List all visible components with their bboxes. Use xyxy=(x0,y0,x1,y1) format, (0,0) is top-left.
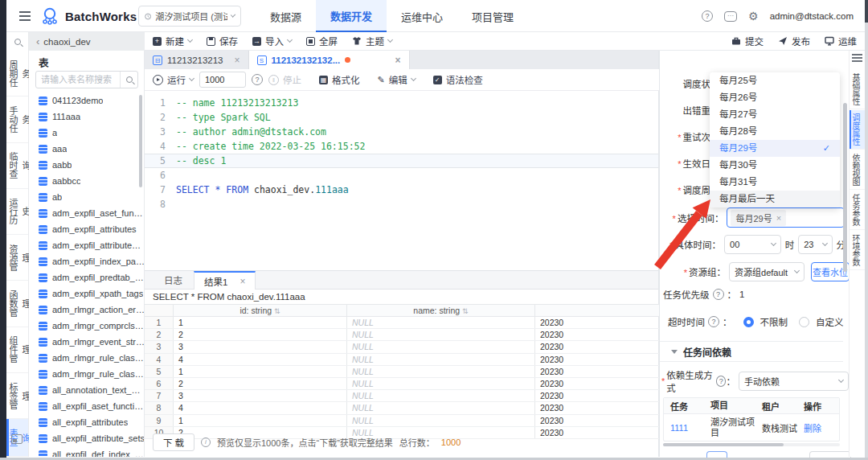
table-tree-item[interactable]: adm_expfil_attribute_sets xyxy=(29,237,145,253)
table-tree-item[interactable]: adm_rlmgr_comprcls_proper... xyxy=(29,318,145,334)
list-icon[interactable] xyxy=(852,54,862,62)
timeout-help-icon[interactable]: ? xyxy=(708,316,719,327)
import-button[interactable]: → 导入 xyxy=(252,35,292,47)
nav-item[interactable]: 运维中心 xyxy=(387,0,457,32)
table-tree-item[interactable]: adm_expfil_index_params xyxy=(29,253,145,269)
format-button[interactable]: ▦ 格式化 xyxy=(319,73,360,86)
table-tree-item[interactable]: aaa xyxy=(29,141,145,157)
close-result-icon[interactable]: × xyxy=(233,276,245,287)
dropdown-option[interactable]: 每月27号 ✓ xyxy=(710,106,840,123)
rail-tab[interactable]: 周期任务 xyxy=(6,51,28,97)
column-header-name[interactable]: name: string⇅ xyxy=(347,305,535,316)
project-selector[interactable]: 潮汐测试项目 (测试项目) xyxy=(138,6,241,27)
search-submit[interactable] xyxy=(120,72,137,88)
table-tree-item[interactable]: all_annotation_text_metadata xyxy=(29,382,145,398)
table-row[interactable]: 4 4 NULL 20230 xyxy=(145,354,659,366)
dropdown-option[interactable]: 每月30号 ✓ xyxy=(710,157,840,174)
property-tab[interactable]: 基础属性 xyxy=(850,70,865,109)
priority-help-icon[interactable]: ? xyxy=(713,289,724,300)
ops-button[interactable]: 运维 xyxy=(825,35,857,47)
rail-tab[interactable]: 资源管理 xyxy=(6,235,28,281)
dropdown-option[interactable]: 每月25号 ✓ xyxy=(710,72,840,89)
dropdown-option[interactable]: 每月最后一天 ✓ xyxy=(710,191,840,207)
rail-tab[interactable]: 函数管理 xyxy=(6,281,28,327)
new-button[interactable]: + 新建 xyxy=(153,35,192,47)
table-tree-item[interactable]: adm_expfil_xpath_tags xyxy=(29,285,145,302)
dropdown-option[interactable]: 每月26号 ✓ xyxy=(710,89,840,106)
sort-icon[interactable]: ⇅ xyxy=(462,307,469,315)
collapse-panel-icon[interactable] xyxy=(11,434,23,444)
panel-scrollbar[interactable] xyxy=(843,103,847,272)
property-tab[interactable]: 依赖视图 xyxy=(850,150,865,190)
menu-button[interactable] xyxy=(14,6,35,26)
dependency-table-scrollbar[interactable] xyxy=(663,443,840,446)
dependency-help-icon[interactable]: ? xyxy=(716,376,727,387)
help-icon[interactable]: ? xyxy=(702,10,713,22)
table-tree-item[interactable]: adm_rlmgr_rule_classes xyxy=(29,350,145,366)
table-tree-item[interactable]: adm_expfil_predtab_attribut... xyxy=(29,269,145,285)
dep-delete-link[interactable]: 删除 xyxy=(804,421,839,434)
nav-item[interactable]: 数据开发 xyxy=(316,0,387,32)
table-tree-item[interactable]: ab xyxy=(29,189,145,205)
result-tab[interactable]: 结果1 × xyxy=(194,271,256,290)
fullscreen-button[interactable]: 全屏 xyxy=(306,35,338,47)
log-tab[interactable]: 日志 xyxy=(153,271,194,289)
theme-button[interactable]: 主题 xyxy=(352,35,392,47)
select-time-input[interactable]: 每月29号 × xyxy=(727,207,845,228)
table-tree-item[interactable]: all_expfil_attribute_sets xyxy=(29,430,145,446)
gear-icon[interactable]: ⚙ xyxy=(748,10,759,22)
rail-tab[interactable]: 手动任务 xyxy=(6,97,28,142)
partial-button-secondary[interactable] xyxy=(809,451,851,458)
table-row[interactable]: 9 1 NULL 20230 xyxy=(145,415,659,427)
table-row[interactable]: 3 3 NULL 20230 xyxy=(145,341,659,353)
scrollbar-thumb[interactable] xyxy=(663,443,784,446)
table-row[interactable]: 8 4 NULL 20230 xyxy=(145,402,659,414)
table-tree-item[interactable]: aabbcc xyxy=(29,173,145,189)
search-icon[interactable] xyxy=(14,39,21,45)
save-button[interactable]: 保存 xyxy=(207,35,238,47)
rail-tab[interactable]: 运行历史 xyxy=(6,189,28,235)
submit-button[interactable]: 提交 xyxy=(731,35,764,47)
user-account[interactable]: admin@dtstack.com xyxy=(770,11,854,21)
radio-custom[interactable] xyxy=(799,317,809,327)
run-button[interactable]: 运行 xyxy=(153,73,194,86)
radio-unlimited[interactable] xyxy=(743,317,754,327)
download-button[interactable]: 下载 xyxy=(153,433,194,451)
hour-select[interactable]: 00 xyxy=(724,235,781,254)
edit-button[interactable]: ✎ 编辑 xyxy=(378,73,416,86)
nav-item[interactable]: 数据源 xyxy=(256,0,316,32)
table-tree-item[interactable]: all_expfil_def_index_params xyxy=(29,446,145,457)
close-tab-icon[interactable]: × xyxy=(228,55,240,66)
editor-tab[interactable]: ⊟ 11213213213 × xyxy=(145,51,249,69)
stop-button[interactable]: ‖ 停止 xyxy=(268,73,301,86)
table-tree-item[interactable]: adm_expfil_aset_functions xyxy=(29,205,145,221)
tree-scrollbar[interactable] xyxy=(139,95,142,187)
resource-group-select[interactable]: 资源组default xyxy=(729,262,805,281)
column-header-id[interactable]: id: string⇅ xyxy=(174,305,347,316)
table-row[interactable]: 2 2 NULL 20230 xyxy=(145,329,659,341)
dropdown-option[interactable]: 每月29号 ✓ xyxy=(710,140,840,157)
table-tree-item[interactable]: all_expfil_aset_functions xyxy=(29,398,145,414)
property-tab[interactable]: 调度属性 xyxy=(850,110,865,150)
property-tab[interactable]: 环境参数 xyxy=(850,231,865,270)
table-tree-item[interactable]: 041123demo xyxy=(29,92,145,109)
table-row[interactable]: 7 3 NULL 20230 xyxy=(145,390,659,402)
rail-tab[interactable]: 临时查询 xyxy=(6,143,28,189)
partial-button-primary[interactable] xyxy=(706,451,727,458)
editor-tab[interactable]: S 112132132132... × xyxy=(249,51,410,69)
message-icon[interactable]: ··· xyxy=(724,11,737,22)
limit-help-icon[interactable]: ? xyxy=(252,74,263,85)
dropdown-option[interactable]: 每月28号 ✓ xyxy=(710,123,840,140)
task-dependency-section[interactable]: 任务间依赖 xyxy=(660,341,843,362)
sql-editor[interactable]: 1 -- name 11213213213213 2 -- type Spark… xyxy=(145,91,659,270)
nav-item[interactable]: 项目管理 xyxy=(457,0,528,32)
table-tree-item[interactable]: adm_rlmgr_action_errors xyxy=(29,302,145,318)
minute-select[interactable]: 23 xyxy=(798,235,832,254)
close-tab-icon[interactable]: × xyxy=(389,55,401,66)
dependency-mode-select[interactable]: 手动依赖 xyxy=(739,372,849,391)
rail-tab[interactable]: 标签管理 xyxy=(6,373,28,419)
sort-icon[interactable]: ⇅ xyxy=(274,307,280,315)
table-tree-item[interactable]: all_expfil_attributes xyxy=(29,414,145,430)
property-tab[interactable]: 任务参数 xyxy=(850,191,865,230)
table-tree-item[interactable]: 111aaa xyxy=(29,109,145,125)
